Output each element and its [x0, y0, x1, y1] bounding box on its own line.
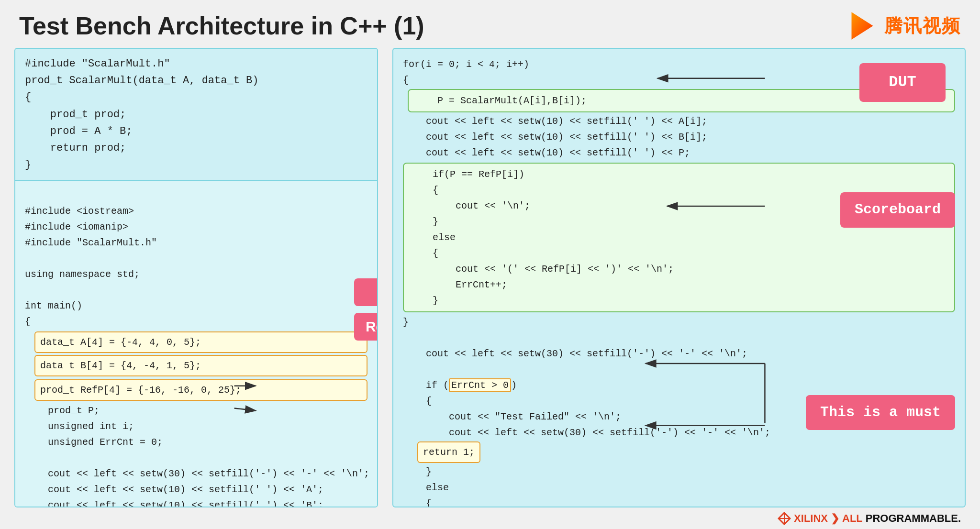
- refmodel-box: prod_t RefP[4] = {-16, -16, 0, 25};: [34, 379, 368, 401]
- tencent-logo: 腾讯视频: [845, 9, 961, 43]
- stimulus-section: data_t A[4] = {-4, 4, 0, 5}; data_t B[4]…: [34, 331, 368, 376]
- left-top-code: #include "ScalarMult.h" prod_t ScalarMul…: [15, 49, 377, 181]
- left-bottom-post-code: prod_t P; unsigned int i; unsigned ErrCn…: [25, 403, 368, 507]
- left-bottom-code: #include <iostream> #include <iomanip> #…: [15, 181, 377, 507]
- all-text: ALL: [842, 512, 863, 525]
- this-is-must-label: This is a must: [806, 395, 955, 430]
- footer: XILINX ❯ ALL PROGRAMMABLE.: [0, 507, 980, 529]
- header: Test Bench Architecture in C++ (1) 腾讯视频: [0, 0, 980, 48]
- scoreboard-code-box: if(P == RefP[i]) { cout << '\n'; } else …: [403, 163, 955, 312]
- xilinx-text: XILINX: [794, 512, 828, 525]
- left-bottom-pre: #include <iostream> #include <iomanip> #…: [25, 187, 368, 330]
- left-labels: Stimulus Reference Model: [354, 278, 378, 341]
- tencent-play-icon: [845, 9, 880, 43]
- page-title: Test Bench Architecture in C++ (1): [19, 11, 424, 40]
- reference-model-label: Reference Model: [354, 313, 378, 341]
- stimulus-box1: data_t A[4] = {-4, 4, 0, 5};: [34, 331, 368, 353]
- right-panel: DUT Scoreboard This is a must for(i = 0;…: [392, 48, 966, 507]
- main-content: #include "ScalarMult.h" prod_t ScalarMul…: [0, 48, 980, 507]
- tencent-text: 腾讯视频: [884, 14, 961, 38]
- scoreboard-label: Scoreboard: [840, 192, 955, 228]
- stimulus-box2: data_t B[4] = {4, -4, 1, 5};: [34, 355, 368, 376]
- left-top-code-text: #include "ScalarMult.h" prod_t ScalarMul…: [25, 55, 368, 173]
- svg-marker-0: [852, 12, 873, 40]
- refmodel-section: prod_t RefP[4] = {-16, -16, 0, 25};: [34, 379, 368, 401]
- right-mid-code: cout << left << setw(10) << setfill(' ')…: [403, 113, 955, 161]
- left-panel: #include "ScalarMult.h" prod_t ScalarMul…: [14, 48, 378, 507]
- xilinx-icon: [778, 512, 791, 525]
- dut-label: DUT: [859, 63, 946, 102]
- programmable-text: PROGRAMMABLE.: [866, 512, 961, 525]
- stimulus-label: Stimulus: [354, 278, 378, 306]
- return1-box: return 1;: [417, 441, 480, 463]
- xilinx-logo: XILINX ❯ ALL PROGRAMMABLE.: [778, 512, 961, 525]
- right-bottom-code2: } else { cout << "Test Pass" << '\n'; co…: [403, 464, 955, 507]
- arrow-right-icon: ❯: [831, 512, 839, 525]
